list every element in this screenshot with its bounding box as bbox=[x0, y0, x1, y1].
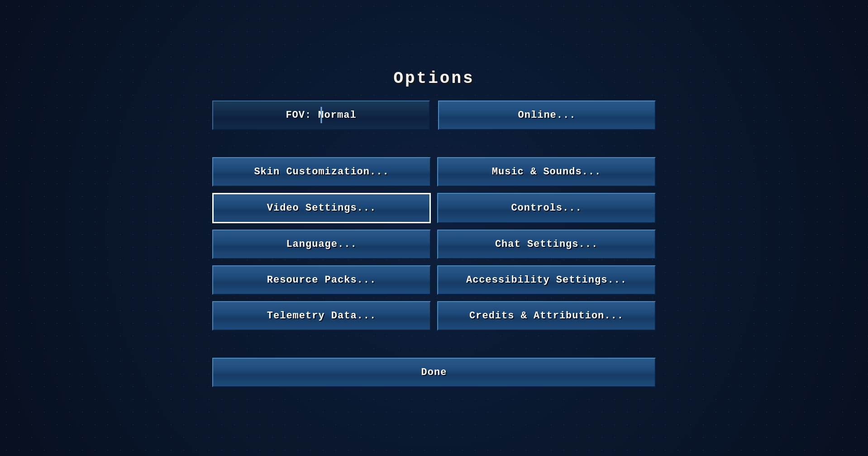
credits-attribution-button[interactable]: Credits & Attribution... bbox=[437, 301, 656, 331]
skin-customization-button[interactable]: Skin Customization... bbox=[212, 157, 431, 187]
button-grid: Skin Customization... Music & Sounds... … bbox=[212, 157, 656, 331]
video-settings-button[interactable]: Video Settings... bbox=[212, 193, 431, 223]
controls-button[interactable]: Controls... bbox=[437, 193, 656, 223]
resource-packs-button[interactable]: Resource Packs... bbox=[212, 265, 431, 295]
telemetry-data-button[interactable]: Telemetry Data... bbox=[212, 301, 431, 331]
music-sounds-button[interactable]: Music & Sounds... bbox=[437, 157, 656, 187]
fov-button[interactable]: FOV: Normal bbox=[212, 101, 430, 130]
page-title: Options bbox=[393, 69, 474, 88]
chat-settings-button[interactable]: Chat Settings... bbox=[437, 230, 656, 259]
options-container: Options FOV: Normal Online... Skin Custo… bbox=[212, 69, 656, 387]
language-button[interactable]: Language... bbox=[212, 230, 431, 259]
online-button[interactable]: Online... bbox=[438, 101, 656, 130]
top-row: FOV: Normal Online... bbox=[212, 101, 656, 130]
done-button[interactable]: Done bbox=[212, 358, 656, 387]
done-row: Done bbox=[212, 358, 656, 387]
accessibility-settings-button[interactable]: Accessibility Settings... bbox=[437, 265, 656, 295]
